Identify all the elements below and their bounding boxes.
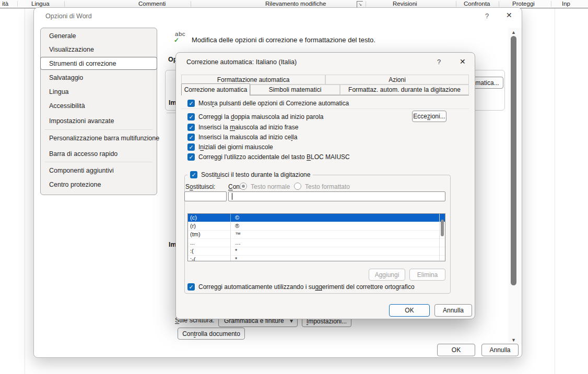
sostituisci-label: Sostituisci: bbox=[185, 183, 215, 190]
cancel-button[interactable]: Annulla bbox=[481, 344, 519, 356]
ribbon-separator bbox=[64, 1, 65, 7]
checkbox-label: Mostra pulsanti delle opzioni di Correzi… bbox=[198, 100, 349, 107]
radio-testo-normale-label: Testo normale bbox=[251, 183, 290, 190]
help-icon[interactable]: ? bbox=[485, 12, 489, 20]
scrollbar-up-icon[interactable]: ▲ bbox=[511, 30, 516, 35]
cell-from: :( bbox=[188, 247, 231, 255]
sidebar-item-lingua[interactable]: Lingua bbox=[41, 87, 157, 97]
page-heading: Modifica delle opzioni di correzione e f… bbox=[192, 36, 375, 44]
checkbox-checked-icon: ✓ bbox=[187, 153, 195, 161]
ribbon-group-lingua[interactable]: Lingua bbox=[31, 1, 50, 7]
close-icon[interactable]: ✕ bbox=[506, 11, 512, 19]
replacements-table[interactable]: (c)© (r)® (tm)™ ...… :(* :-(* bbox=[187, 213, 445, 261]
ok-button[interactable]: OK bbox=[437, 344, 475, 356]
sidebar-item-centro-protezione[interactable]: Centro protezione bbox=[41, 179, 157, 190]
eccezioni-button[interactable]: Eccezioni... bbox=[412, 111, 446, 122]
checkbox-maiuscola-cella[interactable]: ✓Inserisci la maiuscola ad inizio cella bbox=[187, 134, 297, 141]
table-scrollbar-thumb[interactable] bbox=[441, 220, 444, 236]
cell-to: … bbox=[231, 239, 241, 247]
checkbox-label: Correggi automaticamente utilizzando i s… bbox=[198, 283, 415, 291]
sidebar-item-barra-accesso-rapido[interactable]: Barra di accesso rapido bbox=[41, 149, 157, 159]
tab-simboli-matematici[interactable]: Simboli matematici bbox=[250, 85, 340, 95]
ok-button[interactable]: OK bbox=[389, 304, 430, 317]
checkbox-checked-icon: ✓ bbox=[187, 134, 195, 141]
table-row[interactable]: :-(* bbox=[188, 256, 445, 261]
tab-correzione-automatica[interactable]: Correzione automatica bbox=[181, 83, 250, 95]
ribbon-separator bbox=[551, 1, 551, 7]
ribbon-group-input[interactable]: Inp bbox=[562, 1, 570, 7]
con-input[interactable] bbox=[228, 191, 445, 201]
section-separator bbox=[181, 108, 469, 109]
sidebar-item-personalizzazione-barra[interactable]: Personalizzazione barra multifunzione bbox=[41, 133, 157, 143]
sostituisci-input[interactable] bbox=[184, 191, 227, 201]
table-row[interactable]: (r)® bbox=[188, 222, 445, 231]
table-scrollbar-track[interactable] bbox=[439, 214, 440, 260]
sidebar-item-visualizzazione[interactable]: Visualizzazione bbox=[41, 44, 157, 55]
sidebar-item-componenti-aggiuntivi[interactable]: Componenti aggiuntivi bbox=[41, 165, 157, 176]
text-caret bbox=[232, 193, 232, 200]
proofing-check-icon: ✓ bbox=[174, 37, 179, 44]
checkbox-suggerimenti-correttore[interactable]: ✓Correggi automaticamente utilizzando i … bbox=[187, 283, 415, 291]
checkbox-label: Correggi l'utilizzo accidentale del tast… bbox=[198, 153, 350, 161]
ribbon-separator bbox=[456, 1, 456, 7]
scrollbar-down-icon[interactable]: ▼ bbox=[511, 337, 516, 343]
checkbox-label: Correggi la doppia maiuscola ad inizio p… bbox=[198, 113, 324, 120]
checkbox-sostituisci-testo[interactable]: ✓Sostituisci il testo durante la digitaz… bbox=[187, 171, 313, 178]
ribbon-group-confronta[interactable]: Confronta bbox=[464, 1, 490, 7]
help-icon[interactable]: ? bbox=[437, 58, 441, 66]
sidebar-separator bbox=[45, 129, 152, 130]
radio-testo-formattato[interactable] bbox=[294, 183, 301, 190]
ribbon-group-proteggi[interactable]: Proteggi bbox=[512, 1, 535, 7]
elimina-button[interactable]: Elimina bbox=[409, 269, 445, 281]
aggiungi-button[interactable]: Aggiungi bbox=[369, 269, 405, 281]
ribbon-separator bbox=[17, 1, 18, 7]
ribbon-group-rilevamento-modifiche[interactable]: Rilevamento modifiche bbox=[265, 1, 326, 7]
sidebar-item-strumenti-di-correzione[interactable]: Strumenti di correzione bbox=[40, 57, 157, 70]
table-row[interactable]: :(* bbox=[188, 247, 445, 256]
table-row[interactable]: (tm)™ bbox=[188, 231, 445, 239]
checkbox-checked-icon: ✓ bbox=[190, 171, 197, 178]
sidebar-item-accessibilita[interactable]: Accessibilità bbox=[41, 101, 157, 111]
radio-testo-normale[interactable] bbox=[240, 183, 247, 190]
checkbox-label: Iniziali dei giorni maiuscole bbox=[198, 143, 273, 151]
sidebar-item-salvataggio[interactable]: Salvataggio bbox=[41, 73, 157, 83]
ribbon-separator bbox=[366, 1, 366, 7]
checkbox-checked-icon: ✓ bbox=[187, 124, 195, 131]
cell-from: (r) bbox=[188, 222, 231, 230]
cell-to: * bbox=[231, 247, 237, 255]
checkbox-label: Inserisci la maiuscola ad inizio frase bbox=[198, 124, 298, 131]
tab-azioni[interactable]: Azioni bbox=[325, 75, 469, 85]
checkbox-checked-icon: ✓ bbox=[187, 100, 195, 107]
sidebar-separator bbox=[45, 162, 152, 162]
checkbox-maiuscola-frase[interactable]: ✓Inserisci la maiuscola ad inizio frase bbox=[187, 124, 298, 131]
table-row[interactable]: ...… bbox=[188, 239, 445, 247]
sidebar-item-impostazioni-avanzate[interactable]: Impostazioni avanzate bbox=[41, 116, 157, 126]
document-edge-left bbox=[25, 8, 25, 374]
autocorrect-options-button-partial[interactable]: matica... bbox=[471, 77, 503, 89]
scrollbar-thumb[interactable] bbox=[511, 36, 516, 285]
dialog-launcher-icon[interactable]: ↘ bbox=[357, 1, 363, 7]
cell-to: ® bbox=[231, 222, 239, 230]
cell-from: (tm) bbox=[188, 231, 231, 238]
document-edge-right bbox=[555, 8, 555, 374]
table-row[interactable]: (c)© bbox=[188, 214, 445, 222]
ribbon-separator bbox=[499, 1, 499, 7]
checkbox-label: Inserisci la maiuscola ad inizio cella bbox=[198, 134, 297, 141]
controlla-documento-button[interactable]: Controlla documento bbox=[178, 328, 245, 340]
ribbon-group-revisioni[interactable]: Revisioni bbox=[393, 1, 417, 7]
checkbox-doppia-maiuscola[interactable]: ✓Correggi la doppia maiuscola ad inizio … bbox=[187, 113, 324, 120]
checkbox-checked-icon: ✓ bbox=[187, 283, 195, 291]
sidebar-item-generale[interactable]: Generale bbox=[41, 31, 157, 41]
cell-from: ... bbox=[188, 239, 231, 247]
tab-formattaz-autom-digitazione[interactable]: Formattaz. autom. durante la digitazione bbox=[340, 85, 469, 95]
word-window: ità Lingua Commenti Rilevamento modifich… bbox=[0, 0, 588, 374]
checkbox-bloc-maiusc[interactable]: ✓Correggi l'utilizzo accidentale del tas… bbox=[187, 153, 350, 161]
ribbon-group-accessibilita[interactable]: ità bbox=[2, 1, 8, 7]
cancel-button[interactable]: Annulla bbox=[434, 304, 472, 317]
ribbon-group-commenti[interactable]: Commenti bbox=[138, 1, 166, 7]
cell-to: * bbox=[231, 256, 237, 261]
checkbox-mostra-pulsanti[interactable]: ✓Mostra pulsanti delle opzioni di Correz… bbox=[187, 100, 349, 107]
close-icon[interactable]: ✕ bbox=[460, 57, 466, 66]
options-sidebar: Generale Visualizzazione Strumenti di co… bbox=[40, 28, 157, 195]
checkbox-iniziali-giorni[interactable]: ✓Iniziali dei giorni maiuscole bbox=[187, 143, 273, 151]
